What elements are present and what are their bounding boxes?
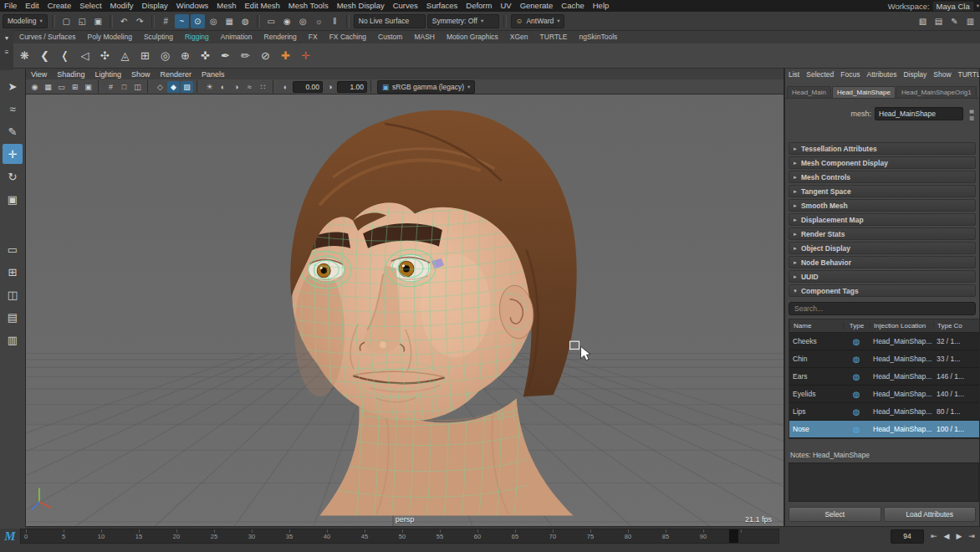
- view-transform-selector[interactable]: ▣sRGB gamma (legacy)▾: [377, 80, 475, 94]
- snap-to-projected-center-icon[interactable]: ◎: [207, 14, 221, 28]
- shelf-tab-sculpting[interactable]: Sculpting: [138, 31, 179, 43]
- chevron-left-tool-icon[interactable]: ❮: [35, 46, 54, 65]
- render-view-icon[interactable]: ▭: [264, 14, 278, 28]
- paint-select-tool[interactable]: ✎: [3, 121, 23, 141]
- menu-mesh-tools[interactable]: Mesh Tools: [284, 0, 333, 12]
- current-frame-marker[interactable]: [729, 529, 738, 543]
- viewport-menu-show[interactable]: Show: [126, 70, 156, 79]
- ambient-occlusion-icon[interactable]: ◑: [230, 81, 242, 93]
- live-surface-field[interactable]: No Live Surface: [354, 14, 426, 28]
- add-plus-icon[interactable]: ✚: [276, 46, 295, 65]
- ipr-render-icon[interactable]: ◎: [296, 14, 310, 28]
- menu-cache[interactable]: Cache: [557, 0, 588, 12]
- menu-help[interactable]: Help: [589, 0, 614, 12]
- gamma-field[interactable]: [337, 81, 367, 93]
- shelf-tab-animation[interactable]: Animation: [215, 31, 258, 43]
- pin-tab-icon[interactable]: ▾: [977, 88, 979, 98]
- show-hide-icon[interactable]: ▥: [967, 115, 977, 120]
- wireframe-mode-icon[interactable]: ◇: [154, 81, 166, 93]
- symmetry-selector[interactable]: Symmetry: Off▾: [427, 14, 499, 28]
- exposure-field[interactable]: [293, 81, 323, 93]
- menu-edit-mesh[interactable]: Edit Mesh: [241, 0, 284, 12]
- modeling-toolkit-icon[interactable]: ▧: [916, 14, 930, 28]
- open-scene-icon[interactable]: ◱: [75, 14, 89, 28]
- section-mesh-controls[interactable]: ►Mesh Controls: [789, 171, 976, 183]
- snap-to-view-planes-icon[interactable]: ▦: [222, 14, 237, 28]
- outliner-button[interactable]: ▥: [3, 330, 23, 350]
- film-gate-icon[interactable]: ▭: [55, 81, 68, 93]
- ae-menu-focus[interactable]: Focus: [837, 70, 863, 79]
- menu-surfaces[interactable]: Surfaces: [422, 0, 462, 12]
- shelf-menu-icon[interactable]: ≡: [2, 47, 13, 58]
- shelf-tab-rendering[interactable]: Rendering: [258, 31, 303, 43]
- motion-blur-icon[interactable]: ≈: [243, 81, 256, 93]
- wedge-tool-icon[interactable]: ◁: [75, 46, 94, 65]
- menu-modify[interactable]: Modify: [106, 0, 138, 12]
- play-forward-icon[interactable]: ▶: [953, 530, 965, 542]
- shaded-mode-icon[interactable]: ◆: [167, 81, 180, 93]
- column-header-type-co[interactable]: Type Co: [933, 322, 980, 330]
- crosshair-icon[interactable]: ✜: [196, 46, 215, 65]
- four-pane-layout-button[interactable]: ⊞: [3, 262, 23, 282]
- step-back-icon[interactable]: ◀: [941, 530, 952, 542]
- ae-menu-display[interactable]: Display: [900, 70, 930, 79]
- tool-settings-icon[interactable]: ✎: [947, 14, 962, 28]
- lens-sphere-icon[interactable]: ◎: [156, 46, 175, 65]
- channel-box-icon[interactable]: ▥: [963, 14, 977, 28]
- globe-icon[interactable]: ⊕: [176, 46, 195, 65]
- workspace-selector[interactable]: Workspace: Maya Cla ▾: [888, 1, 980, 12]
- safe-action-icon[interactable]: □: [118, 81, 130, 93]
- table-row-cheeks[interactable]: Cheeks◍Head_MainShap...32 / 1...: [789, 333, 980, 350]
- menu-select[interactable]: Select: [75, 0, 105, 12]
- single-pane-layout-button[interactable]: ▭: [3, 239, 23, 259]
- shelf-tab-options-icon[interactable]: ▾: [2, 33, 13, 43]
- shelf-tab-mash[interactable]: MASH: [408, 31, 441, 43]
- shelf-tab-xgen[interactable]: XGen: [504, 31, 534, 43]
- viewport-menu-shading[interactable]: Shading: [52, 70, 89, 79]
- new-scene-icon[interactable]: ▢: [59, 14, 74, 28]
- viewport-canvas[interactable]: persp 21.1 fps: [26, 95, 783, 526]
- section-mesh-component-display[interactable]: ►Mesh Component Display: [789, 156, 976, 169]
- gate-mask-icon[interactable]: ▣: [82, 81, 94, 93]
- menu-generate[interactable]: Generate: [516, 0, 558, 12]
- magnet-tool-icon[interactable]: ✣: [95, 46, 115, 65]
- go-to-end-icon[interactable]: ⇥: [966, 530, 977, 542]
- exposure-icon[interactable]: ◐: [279, 81, 292, 93]
- select-button[interactable]: Select: [789, 507, 881, 522]
- shelf-tab-motion-graphics[interactable]: Motion Graphics: [441, 31, 504, 43]
- menu-file[interactable]: File: [0, 0, 21, 12]
- menu-curves[interactable]: Curves: [389, 0, 422, 12]
- table-row-lips[interactable]: Lips◍Head_MainShap...80 / 1...: [789, 403, 980, 421]
- safe-title-icon[interactable]: ◫: [131, 81, 144, 93]
- section-tangent-space[interactable]: ►Tangent Space: [789, 185, 976, 197]
- menu-display[interactable]: Display: [138, 0, 172, 12]
- viewport-menu-lighting[interactable]: Lighting: [89, 70, 126, 79]
- save-scene-icon[interactable]: ▣: [91, 14, 105, 28]
- section-component-tags[interactable]: ▼Component Tags: [789, 284, 976, 297]
- snap-to-grid-icon[interactable]: #: [159, 14, 173, 28]
- anti-aliasing-icon[interactable]: ∷: [257, 81, 269, 93]
- rotate-tool[interactable]: ↻: [3, 166, 23, 187]
- redo-icon[interactable]: ↷: [133, 14, 147, 28]
- viewport-menu-view[interactable]: View: [26, 70, 52, 79]
- shelf-tab-turtle[interactable]: TURTLE: [534, 31, 574, 43]
- grid-toggle-icon[interactable]: ▦: [42, 81, 54, 93]
- attribute-editor-icon[interactable]: ▤: [932, 14, 946, 28]
- shelf-tab-custom[interactable]: Custom: [372, 31, 408, 43]
- shelf-tab-curves-surfaces[interactable]: Curves / Surfaces: [13, 31, 82, 43]
- section-object-display[interactable]: ►Object Display: [789, 242, 976, 254]
- menu-mesh-display[interactable]: Mesh Display: [333, 0, 389, 12]
- table-row-eyelids[interactable]: Eyelids◍Head_MainShap...140 / 1...: [789, 386, 980, 403]
- textured-mode-icon[interactable]: ▨: [181, 81, 193, 93]
- section-smooth-mesh[interactable]: ►Smooth Mesh: [789, 199, 976, 212]
- slash-tool-icon[interactable]: ⊘: [256, 46, 275, 65]
- section-render-stats[interactable]: ►Render Stats: [789, 227, 976, 240]
- pen-tool-icon[interactable]: ✒: [216, 46, 235, 65]
- undo-icon[interactable]: ↶: [117, 14, 131, 28]
- menu-windows[interactable]: Windows: [172, 0, 213, 12]
- menu-edit[interactable]: Edit: [21, 0, 43, 12]
- viewport-menu-renderer[interactable]: Renderer: [155, 70, 197, 79]
- table-row-nose[interactable]: Nose◍Head_MainShap...100 / 1...: [789, 421, 980, 438]
- gamma-icon[interactable]: ◑: [324, 81, 336, 93]
- menu-uv[interactable]: UV: [496, 0, 515, 12]
